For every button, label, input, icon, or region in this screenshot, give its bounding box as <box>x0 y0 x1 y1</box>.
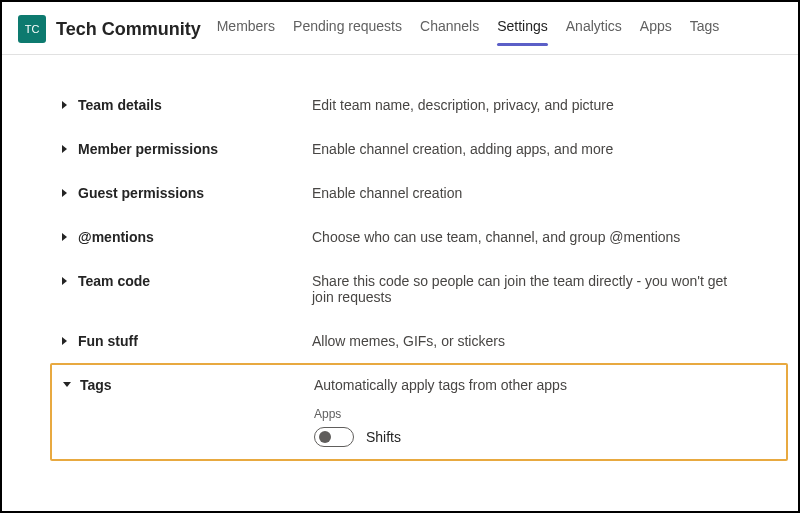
tags-body-wrap: Automatically apply tags from other apps… <box>314 377 567 447</box>
tab-channels[interactable]: Channels <box>420 14 479 44</box>
caret-down-icon <box>62 380 72 390</box>
toggle-label: Shifts <box>366 429 401 445</box>
tags-highlight: Tags Automatically apply tags from other… <box>50 363 788 461</box>
team-name: Tech Community <box>56 19 201 40</box>
setting-title: Team code <box>78 273 150 289</box>
setting-team-details[interactable]: Team details Edit team name, description… <box>60 83 748 127</box>
settings-content: Team details Edit team name, description… <box>2 55 798 481</box>
setting-desc: Automatically apply tags from other apps <box>314 377 567 393</box>
caret-right-icon <box>60 336 70 346</box>
caret-right-icon <box>60 232 70 242</box>
toggle-row: Shifts <box>314 427 567 447</box>
team-avatar: TC <box>18 15 46 43</box>
setting-team-code[interactable]: Team code Share this code so people can … <box>60 259 748 319</box>
header: TC Tech Community Members Pending reques… <box>2 2 798 55</box>
setting-title: Member permissions <box>78 141 218 157</box>
setting-title: Tags <box>80 377 112 393</box>
toggle-knob <box>319 431 331 443</box>
setting-desc: Edit team name, description, privacy, an… <box>312 97 614 113</box>
setting-member-permissions[interactable]: Member permissions Enable channel creati… <box>60 127 748 171</box>
tags-body: Apps Shifts <box>314 407 567 447</box>
tabs: Members Pending requests Channels Settin… <box>217 14 720 44</box>
setting-mentions[interactable]: @mentions Choose who can use team, chann… <box>60 215 748 259</box>
setting-desc: Enable channel creation, adding apps, an… <box>312 141 613 157</box>
setting-desc: Choose who can use team, channel, and gr… <box>312 229 680 245</box>
apps-label: Apps <box>314 407 567 421</box>
setting-tags[interactable]: Tags Automatically apply tags from other… <box>62 371 776 447</box>
setting-title: Guest permissions <box>78 185 204 201</box>
caret-right-icon <box>60 144 70 154</box>
setting-fun-stuff[interactable]: Fun stuff Allow memes, GIFs, or stickers <box>60 319 748 363</box>
setting-title: Fun stuff <box>78 333 138 349</box>
caret-right-icon <box>60 188 70 198</box>
shifts-toggle[interactable] <box>314 427 354 447</box>
setting-title: @mentions <box>78 229 154 245</box>
setting-desc: Share this code so people can join the t… <box>312 273 748 305</box>
tab-tags[interactable]: Tags <box>690 14 720 44</box>
tab-settings[interactable]: Settings <box>497 14 548 44</box>
caret-right-icon <box>60 276 70 286</box>
setting-desc: Enable channel creation <box>312 185 462 201</box>
caret-right-icon <box>60 100 70 110</box>
tab-apps[interactable]: Apps <box>640 14 672 44</box>
tab-members[interactable]: Members <box>217 14 275 44</box>
setting-guest-permissions[interactable]: Guest permissions Enable channel creatio… <box>60 171 748 215</box>
tab-analytics[interactable]: Analytics <box>566 14 622 44</box>
tab-pending-requests[interactable]: Pending requests <box>293 14 402 44</box>
setting-title: Team details <box>78 97 162 113</box>
setting-desc: Allow memes, GIFs, or stickers <box>312 333 505 349</box>
